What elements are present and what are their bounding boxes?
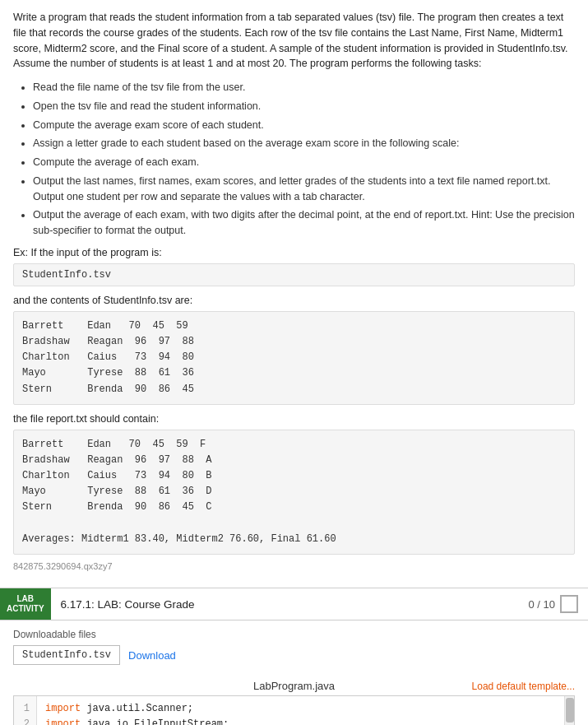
code-content[interactable]: import java.util.Scanner; import java.io… <box>37 696 564 725</box>
note-text: 842875.3290694.qx3zy7 <box>13 561 575 571</box>
scrollbar-thumb[interactable] <box>566 698 574 723</box>
editor-filename: LabProgram.java <box>253 680 335 692</box>
lab-badge-line2: ACTIVITY <box>7 604 44 614</box>
description-intro: Write a program that reads the student i… <box>13 10 575 72</box>
lab-title: 6.17.1: LAB: Course Grade <box>51 592 519 617</box>
lab-score: 0 / 10 <box>518 588 588 620</box>
input-data-box: Barrett Edan 70 45 59 Bradshaw Reagan 96… <box>13 311 575 405</box>
task-item-1: Read the file name of the tsv file from … <box>33 80 575 95</box>
task-list: Read the file name of the tsv file from … <box>13 80 575 239</box>
lab-badge: LAB ACTIVITY <box>0 588 51 620</box>
scrollbar-track[interactable] <box>564 696 574 725</box>
load-template-link[interactable]: Load default template... <box>472 681 575 692</box>
contents-label: and the contents of StudentInfo.tsv are: <box>13 295 575 306</box>
output-label: the file report.txt should contain: <box>13 413 575 425</box>
editor-header: LabProgram.java Load default template... <box>13 673 575 695</box>
download-row: StudentInfo.tsv Download <box>13 645 575 665</box>
task-item-6: Output the last names, first names, exam… <box>33 174 575 205</box>
output-data-box: Barrett Edan 70 45 59 F Bradshaw Reagan … <box>13 430 575 555</box>
task-item-4: Assign a letter grade to each student ba… <box>33 136 575 151</box>
task-item-3: Compute the average exam score of each s… <box>33 118 575 133</box>
task-item-7: Output the average of each exam, with tw… <box>33 207 575 239</box>
line-num-1: 1 <box>21 701 30 717</box>
download-label: Downloadable files <box>13 629 575 640</box>
lab-activity-bar: LAB ACTIVITY 6.17.1: LAB: Course Grade 0… <box>0 588 588 620</box>
task-item-2: Open the tsv file and read the student i… <box>33 99 575 114</box>
score-value: 0 / 10 <box>528 598 555 611</box>
code-editor-section: LabProgram.java Load default template...… <box>0 673 588 725</box>
file-name-button[interactable]: StudentInfo.tsv <box>13 645 120 665</box>
example-label: Ex: If the input of the program is: <box>13 247 575 258</box>
score-box <box>560 595 578 613</box>
line-numbers: 1 2 3 4 5 6 7 8 9 <box>14 696 37 725</box>
input-file-box: StudentInfo.tsv <box>13 263 575 286</box>
main-content: Write a program that reads the student i… <box>0 0 588 583</box>
download-link[interactable]: Download <box>128 649 176 662</box>
line-num-2: 2 <box>21 717 30 725</box>
lab-badge-line1: LAB <box>17 594 35 604</box>
code-editor-wrapper[interactable]: 1 2 3 4 5 6 7 8 9 import java.util.Scann… <box>13 695 575 725</box>
download-section: Downloadable files StudentInfo.tsv Downl… <box>0 620 588 673</box>
task-item-5: Compute the average of each exam. <box>33 155 575 170</box>
